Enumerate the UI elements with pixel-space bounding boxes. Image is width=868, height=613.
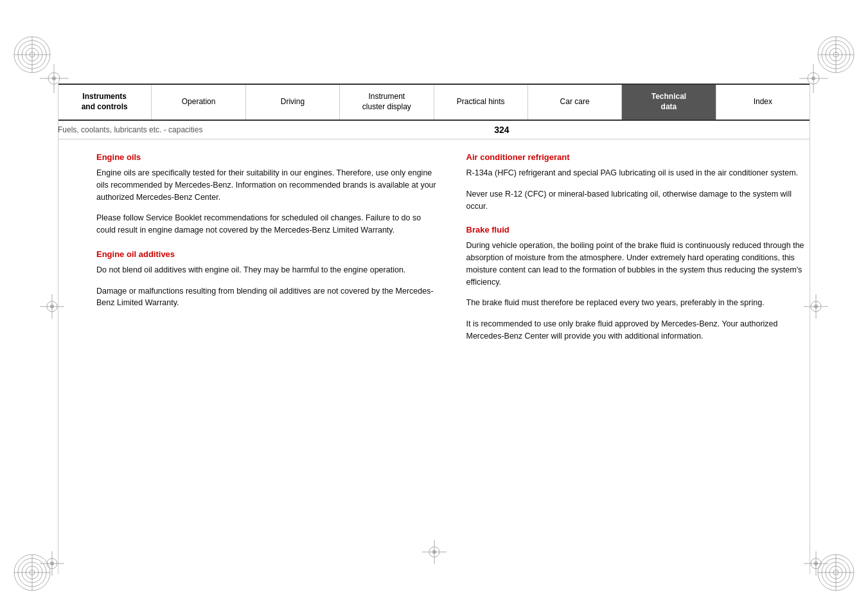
svg-point-51 (50, 562, 54, 565)
svg-point-7 (811, 76, 815, 80)
section-body-engine-oils-1: Please follow Service Booklet recommenda… (96, 212, 441, 236)
section-body-brake-fluid-2: It is recommended to use only brake flui… (466, 318, 811, 342)
bottom-right-crosshair (804, 551, 828, 578)
page-number: 324 (494, 125, 509, 135)
svg-point-55 (814, 562, 818, 565)
nav-item-operation[interactable]: Operation (152, 85, 245, 120)
bottom-left-crosshair (40, 551, 64, 578)
nav-item-index[interactable]: Index (716, 85, 810, 120)
section-body-brake-fluid-1: The brake fluid must therefore be replac… (466, 297, 811, 309)
left-border-line (58, 84, 58, 574)
nav-item-practical-hints[interactable]: Practical hints (434, 85, 528, 120)
nav-item-driving[interactable]: Driving (246, 85, 340, 120)
nav-item-instrument-cluster-display[interactable]: Instrument cluster display (340, 85, 434, 120)
section-title-brake-fluid: Brake fluid (466, 225, 811, 235)
content-area: Engine oilsEngine oils are specifically … (96, 152, 810, 351)
section-title-engine-oil-additives: Engine oil additives (96, 249, 441, 259)
section-title-air-conditioner-refrigerant: Air conditioner refrigerant (466, 152, 811, 162)
section-title-engine-oils: Engine oils (96, 152, 441, 162)
svg-point-25 (432, 550, 436, 554)
page-subtitle: Fuels, coolants, lubricants etc. - capac… (58, 125, 202, 134)
svg-point-33 (814, 305, 818, 308)
navigation-bar: Instruments and controlsOperationDriving… (58, 84, 810, 121)
section-body-air-conditioner-refrigerant-0: R-134a (HFC) refrigerant and special PAG… (466, 167, 811, 179)
top-left-spiral (13, 35, 51, 76)
left-mid-crosshair (40, 294, 64, 321)
right-mid-crosshair (804, 294, 828, 321)
nav-item-car-care[interactable]: Car care (528, 85, 622, 120)
section-body-engine-oil-additives-1: Damage or malfunctions resulting from bl… (96, 285, 441, 310)
page-subtitle-bar: Fuels, coolants, lubricants etc. - capac… (58, 121, 810, 139)
svg-point-29 (50, 305, 54, 308)
section-body-brake-fluid-0: During vehicle operation, the boiling po… (466, 240, 811, 288)
top-right-spiral (817, 35, 855, 76)
left-column: Engine oilsEngine oils are specifically … (96, 152, 441, 351)
right-column: Air conditioner refrigerantR-134a (HFC) … (466, 152, 811, 351)
svg-point-3 (52, 76, 56, 80)
right-border-line (810, 84, 810, 574)
nav-item-instruments-and-controls[interactable]: Instruments and controls (58, 85, 152, 120)
bottom-center-crosshair (422, 540, 447, 566)
section-body-engine-oil-additives-0: Do not blend oil additives with engine o… (96, 264, 441, 276)
section-body-air-conditioner-refrigerant-1: Never use R-12 (CFC) or mineral-based lu… (466, 188, 811, 213)
section-body-engine-oils-0: Engine oils are specifically tested for … (96, 167, 441, 203)
nav-item-technical-data[interactable]: Technical data (622, 85, 716, 120)
